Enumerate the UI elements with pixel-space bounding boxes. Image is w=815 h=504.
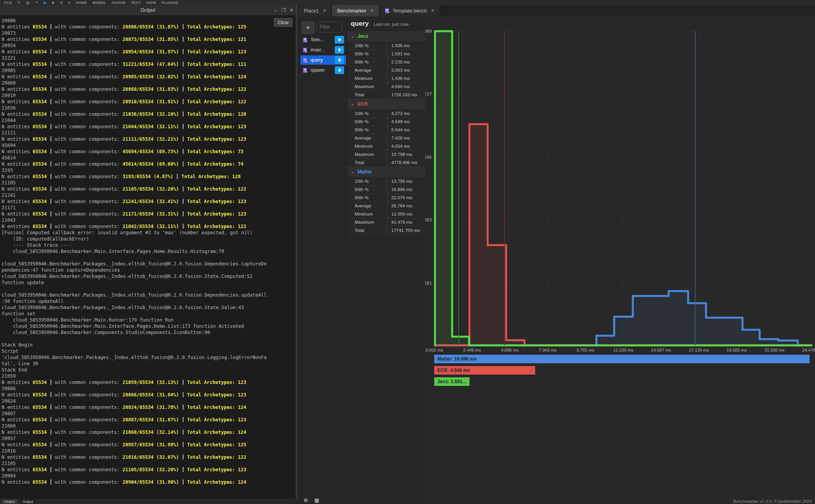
filter-input[interactable] (316, 21, 342, 32)
separator-bar (183, 380, 184, 385)
separator-bar (50, 224, 51, 229)
separator-bar (50, 74, 51, 79)
stat-value: 2.230 ms (388, 58, 425, 66)
menu-item-home[interactable]: HOME (76, 1, 87, 5)
histogram-svg: 1813635457279090.000 ms2.448 ms4.896 ms7… (425, 16, 815, 504)
tab-close-icon[interactable]: ✕ (370, 8, 374, 13)
separator-bar (183, 74, 184, 79)
benchmark-item-spawn[interactable]: spawn (300, 65, 346, 75)
separator-bar (50, 380, 51, 385)
close-icon[interactable]: ✕ (289, 7, 293, 13)
play-icon (339, 68, 341, 72)
console-line: N entities 65534with common components: … (2, 136, 296, 142)
redo-icon[interactable]: ↷ (35, 1, 38, 5)
chevron-down-icon[interactable]: ⌄ (273, 7, 277, 13)
separator-bar (50, 199, 51, 204)
x-axis-tick-label: 9.791 ms (577, 348, 595, 352)
separator-bar (183, 479, 184, 485)
bottom-dock-tab[interactable]: Output (2, 499, 18, 504)
run-benchmark-button[interactable] (335, 46, 344, 54)
dropdown-caret-icon[interactable]: ▾ (68, 1, 70, 5)
benchmark-item-label: spawn (311, 67, 325, 73)
tab-benchmarker[interactable]: Benchmarker✕ (332, 5, 380, 16)
console-line: tal', Line 30 (2, 361, 296, 367)
separator-bar (50, 24, 51, 29)
results-sections: ⌄Jecs10th %1.505 ms50th %1.591 ms90th %2… (347, 31, 425, 235)
menu-item-file[interactable]: FILE (4, 1, 12, 5)
separator-bar (183, 37, 184, 42)
separator-bar (183, 430, 184, 435)
separator-bar (50, 161, 51, 166)
menu-item-avatar[interactable]: AVATAR (112, 1, 126, 5)
separator-bar (177, 174, 178, 179)
console-line: cloud_5853950046.Benchmarker.Packages._I… (2, 273, 296, 279)
stat-value: 41.479 ms (388, 218, 425, 226)
stat-label: Minimum (347, 210, 388, 218)
bottom-dock-tab[interactable]: Output (20, 499, 36, 504)
save-icon[interactable]: ▤ (26, 1, 30, 5)
stat-row: Total1726.163 ms (347, 91, 425, 99)
clipboard-icon[interactable]: ⎘ (18, 0, 21, 5)
add-benchmark-button[interactable]: + (302, 21, 314, 34)
console-line: 21060 (2, 423, 296, 429)
console-line: N entities 65534with common components: … (2, 417, 296, 423)
stat-label: Maximum (347, 83, 388, 90)
run-benchmark-button[interactable] (335, 56, 344, 64)
console-line: N entities 65534with common components: … (2, 49, 296, 55)
play-icon[interactable]: ▶ (44, 1, 46, 5)
run-benchmark-button[interactable] (335, 36, 344, 44)
menu-item-test[interactable]: TEST (131, 1, 141, 5)
section-name: ECR (357, 101, 368, 107)
section-header-ecr[interactable]: ⌄ECR (347, 99, 425, 110)
tab-close-icon[interactable]: ✕ (431, 8, 434, 13)
tab-template-bench[interactable]: Template.bench✕ (380, 5, 440, 16)
menu-item-view[interactable]: VIEW (146, 1, 156, 5)
tab-label: Place1 (304, 8, 319, 14)
log-icon[interactable]: ▦ (314, 497, 319, 503)
benchmark-list: Tem…inser…queryspawn (299, 34, 347, 76)
stat-label: Total (347, 159, 388, 166)
benchmark-list-panel: + Tem…inser…queryspawn ⚙ ▦ (299, 16, 347, 504)
stat-row: 90th %22.070 ms (347, 194, 425, 202)
stat-label: Total (347, 91, 388, 99)
console-line: function update (2, 279, 296, 286)
section-header-jecs[interactable]: ⌄Jecs (347, 31, 425, 42)
benchmark-item-tem[interactable]: Tem… (300, 35, 346, 44)
benchmark-item-query[interactable]: query (300, 55, 346, 65)
legend-label: ECR: 4.548 ms (437, 368, 470, 373)
x-axis-tick-label: 0.000 ms (425, 348, 443, 352)
stat-row: Average7.426 ms (347, 134, 425, 142)
console-line: cloud_5853950046.Benchmarker.Packages._I… (2, 304, 296, 311)
console-line: 20887 (2, 410, 296, 417)
x-axis-tick-label: 2.448 ms (463, 348, 481, 352)
separator-bar (50, 417, 51, 422)
tab-close-icon[interactable]: ✕ (323, 8, 326, 13)
stat-row: Maximum41.479 ms (347, 218, 425, 226)
console-line: N entities 65534with common components: … (2, 149, 296, 155)
undo-icon[interactable]: ↺ (60, 1, 63, 5)
x-axis-tick-label: 12.239 ms (613, 348, 634, 352)
menu-item-plugins[interactable]: PLUGINS (162, 1, 178, 5)
stat-label: Average (347, 202, 388, 210)
stop-icon[interactable]: ■ (52, 1, 54, 5)
section-header-matter[interactable]: ⌄Matter (347, 167, 425, 177)
output-window: Output ⌄ ❐ ✕ Clear 20886N entities 65534… (0, 5, 297, 499)
tab-place1[interactable]: Place1✕ (299, 5, 332, 16)
stat-label: Minimum (347, 74, 388, 82)
console-line: N entities 65534with common components: … (2, 61, 296, 67)
stat-value: 4.054 ms (388, 142, 425, 150)
restore-window-icon[interactable]: ❐ (281, 7, 286, 13)
chevron-down-icon: ⌄ (351, 169, 354, 174)
histogram-chart: Benchmarker v7.2.0, © boatbomber 2024 18… (425, 16, 815, 504)
benchmark-item-inser[interactable]: inser… (300, 45, 346, 55)
stat-label: 90th % (347, 58, 388, 66)
stat-row: Minimum1.436 ms (347, 74, 425, 83)
menu-item-model[interactable]: MODEL (92, 1, 106, 5)
stat-value: 1.505 ms (388, 42, 425, 50)
gear-icon[interactable]: ⚙ (304, 497, 308, 503)
run-benchmark-button[interactable] (335, 66, 344, 74)
separator-bar (50, 442, 51, 447)
output-console[interactable]: 20886N entities 65534with common compone… (0, 15, 296, 499)
console-line: cloud_5853950046.Benchmarker.Main.Interf… (2, 323, 296, 329)
y-axis-tick-label: 545 (425, 155, 432, 160)
